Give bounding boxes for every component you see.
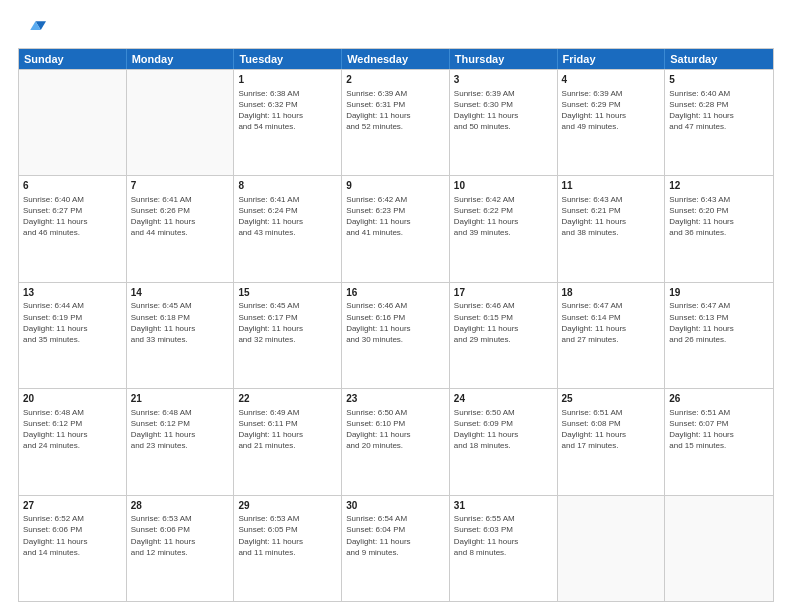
calendar-week-3: 13Sunrise: 6:44 AM Sunset: 6:19 PM Dayli…	[19, 282, 773, 388]
day-info: Sunrise: 6:40 AM Sunset: 6:28 PM Dayligh…	[669, 88, 769, 133]
day-number: 24	[454, 392, 553, 406]
day-cell-21: 21Sunrise: 6:48 AM Sunset: 6:12 PM Dayli…	[127, 389, 235, 494]
day-cell-empty	[558, 496, 666, 601]
calendar-body: 1Sunrise: 6:38 AM Sunset: 6:32 PM Daylig…	[19, 69, 773, 601]
day-number: 30	[346, 499, 445, 513]
day-info: Sunrise: 6:50 AM Sunset: 6:10 PM Dayligh…	[346, 407, 445, 452]
day-info: Sunrise: 6:38 AM Sunset: 6:32 PM Dayligh…	[238, 88, 337, 133]
weekday-header-saturday: Saturday	[665, 49, 773, 69]
day-number: 17	[454, 286, 553, 300]
day-number: 14	[131, 286, 230, 300]
day-info: Sunrise: 6:48 AM Sunset: 6:12 PM Dayligh…	[23, 407, 122, 452]
day-info: Sunrise: 6:45 AM Sunset: 6:17 PM Dayligh…	[238, 300, 337, 345]
day-info: Sunrise: 6:42 AM Sunset: 6:22 PM Dayligh…	[454, 194, 553, 239]
day-info: Sunrise: 6:48 AM Sunset: 6:12 PM Dayligh…	[131, 407, 230, 452]
day-cell-5: 5Sunrise: 6:40 AM Sunset: 6:28 PM Daylig…	[665, 70, 773, 175]
day-cell-7: 7Sunrise: 6:41 AM Sunset: 6:26 PM Daylig…	[127, 176, 235, 281]
day-cell-19: 19Sunrise: 6:47 AM Sunset: 6:13 PM Dayli…	[665, 283, 773, 388]
day-info: Sunrise: 6:52 AM Sunset: 6:06 PM Dayligh…	[23, 513, 122, 558]
day-number: 9	[346, 179, 445, 193]
page: SundayMondayTuesdayWednesdayThursdayFrid…	[0, 0, 792, 612]
day-cell-24: 24Sunrise: 6:50 AM Sunset: 6:09 PM Dayli…	[450, 389, 558, 494]
day-number: 22	[238, 392, 337, 406]
weekday-header-thursday: Thursday	[450, 49, 558, 69]
day-number: 23	[346, 392, 445, 406]
day-number: 8	[238, 179, 337, 193]
day-number: 2	[346, 73, 445, 87]
day-info: Sunrise: 6:46 AM Sunset: 6:15 PM Dayligh…	[454, 300, 553, 345]
day-cell-1: 1Sunrise: 6:38 AM Sunset: 6:32 PM Daylig…	[234, 70, 342, 175]
day-number: 26	[669, 392, 769, 406]
day-cell-27: 27Sunrise: 6:52 AM Sunset: 6:06 PM Dayli…	[19, 496, 127, 601]
day-info: Sunrise: 6:51 AM Sunset: 6:07 PM Dayligh…	[669, 407, 769, 452]
day-number: 7	[131, 179, 230, 193]
day-cell-25: 25Sunrise: 6:51 AM Sunset: 6:08 PM Dayli…	[558, 389, 666, 494]
calendar-week-2: 6Sunrise: 6:40 AM Sunset: 6:27 PM Daylig…	[19, 175, 773, 281]
day-info: Sunrise: 6:39 AM Sunset: 6:31 PM Dayligh…	[346, 88, 445, 133]
day-number: 31	[454, 499, 553, 513]
calendar-week-5: 27Sunrise: 6:52 AM Sunset: 6:06 PM Dayli…	[19, 495, 773, 601]
day-cell-empty	[665, 496, 773, 601]
day-cell-12: 12Sunrise: 6:43 AM Sunset: 6:20 PM Dayli…	[665, 176, 773, 281]
day-number: 21	[131, 392, 230, 406]
day-cell-8: 8Sunrise: 6:41 AM Sunset: 6:24 PM Daylig…	[234, 176, 342, 281]
day-info: Sunrise: 6:55 AM Sunset: 6:03 PM Dayligh…	[454, 513, 553, 558]
day-cell-28: 28Sunrise: 6:53 AM Sunset: 6:06 PM Dayli…	[127, 496, 235, 601]
day-info: Sunrise: 6:47 AM Sunset: 6:14 PM Dayligh…	[562, 300, 661, 345]
day-cell-23: 23Sunrise: 6:50 AM Sunset: 6:10 PM Dayli…	[342, 389, 450, 494]
day-info: Sunrise: 6:41 AM Sunset: 6:26 PM Dayligh…	[131, 194, 230, 239]
day-number: 27	[23, 499, 122, 513]
day-number: 6	[23, 179, 122, 193]
day-info: Sunrise: 6:41 AM Sunset: 6:24 PM Dayligh…	[238, 194, 337, 239]
day-info: Sunrise: 6:44 AM Sunset: 6:19 PM Dayligh…	[23, 300, 122, 345]
day-info: Sunrise: 6:53 AM Sunset: 6:05 PM Dayligh…	[238, 513, 337, 558]
day-cell-3: 3Sunrise: 6:39 AM Sunset: 6:30 PM Daylig…	[450, 70, 558, 175]
day-info: Sunrise: 6:49 AM Sunset: 6:11 PM Dayligh…	[238, 407, 337, 452]
day-number: 15	[238, 286, 337, 300]
day-cell-empty	[19, 70, 127, 175]
day-cell-13: 13Sunrise: 6:44 AM Sunset: 6:19 PM Dayli…	[19, 283, 127, 388]
day-cell-29: 29Sunrise: 6:53 AM Sunset: 6:05 PM Dayli…	[234, 496, 342, 601]
day-info: Sunrise: 6:40 AM Sunset: 6:27 PM Dayligh…	[23, 194, 122, 239]
day-number: 12	[669, 179, 769, 193]
day-cell-6: 6Sunrise: 6:40 AM Sunset: 6:27 PM Daylig…	[19, 176, 127, 281]
calendar-header: SundayMondayTuesdayWednesdayThursdayFrid…	[19, 49, 773, 69]
day-cell-30: 30Sunrise: 6:54 AM Sunset: 6:04 PM Dayli…	[342, 496, 450, 601]
day-info: Sunrise: 6:50 AM Sunset: 6:09 PM Dayligh…	[454, 407, 553, 452]
day-cell-22: 22Sunrise: 6:49 AM Sunset: 6:11 PM Dayli…	[234, 389, 342, 494]
day-info: Sunrise: 6:53 AM Sunset: 6:06 PM Dayligh…	[131, 513, 230, 558]
day-number: 28	[131, 499, 230, 513]
day-cell-26: 26Sunrise: 6:51 AM Sunset: 6:07 PM Dayli…	[665, 389, 773, 494]
day-cell-empty	[127, 70, 235, 175]
day-info: Sunrise: 6:39 AM Sunset: 6:29 PM Dayligh…	[562, 88, 661, 133]
day-info: Sunrise: 6:39 AM Sunset: 6:30 PM Dayligh…	[454, 88, 553, 133]
weekday-header-wednesday: Wednesday	[342, 49, 450, 69]
day-info: Sunrise: 6:51 AM Sunset: 6:08 PM Dayligh…	[562, 407, 661, 452]
calendar-week-1: 1Sunrise: 6:38 AM Sunset: 6:32 PM Daylig…	[19, 69, 773, 175]
day-number: 20	[23, 392, 122, 406]
weekday-header-friday: Friday	[558, 49, 666, 69]
day-number: 25	[562, 392, 661, 406]
day-number: 16	[346, 286, 445, 300]
day-number: 3	[454, 73, 553, 87]
day-cell-11: 11Sunrise: 6:43 AM Sunset: 6:21 PM Dayli…	[558, 176, 666, 281]
day-cell-16: 16Sunrise: 6:46 AM Sunset: 6:16 PM Dayli…	[342, 283, 450, 388]
day-number: 1	[238, 73, 337, 87]
day-number: 4	[562, 73, 661, 87]
day-cell-10: 10Sunrise: 6:42 AM Sunset: 6:22 PM Dayli…	[450, 176, 558, 281]
day-number: 13	[23, 286, 122, 300]
day-number: 11	[562, 179, 661, 193]
day-info: Sunrise: 6:46 AM Sunset: 6:16 PM Dayligh…	[346, 300, 445, 345]
day-info: Sunrise: 6:45 AM Sunset: 6:18 PM Dayligh…	[131, 300, 230, 345]
calendar: SundayMondayTuesdayWednesdayThursdayFrid…	[18, 48, 774, 602]
day-info: Sunrise: 6:54 AM Sunset: 6:04 PM Dayligh…	[346, 513, 445, 558]
day-cell-31: 31Sunrise: 6:55 AM Sunset: 6:03 PM Dayli…	[450, 496, 558, 601]
day-info: Sunrise: 6:43 AM Sunset: 6:21 PM Dayligh…	[562, 194, 661, 239]
weekday-header-tuesday: Tuesday	[234, 49, 342, 69]
day-number: 19	[669, 286, 769, 300]
day-cell-9: 9Sunrise: 6:42 AM Sunset: 6:23 PM Daylig…	[342, 176, 450, 281]
calendar-week-4: 20Sunrise: 6:48 AM Sunset: 6:12 PM Dayli…	[19, 388, 773, 494]
day-info: Sunrise: 6:47 AM Sunset: 6:13 PM Dayligh…	[669, 300, 769, 345]
logo	[18, 16, 50, 44]
day-cell-17: 17Sunrise: 6:46 AM Sunset: 6:15 PM Dayli…	[450, 283, 558, 388]
